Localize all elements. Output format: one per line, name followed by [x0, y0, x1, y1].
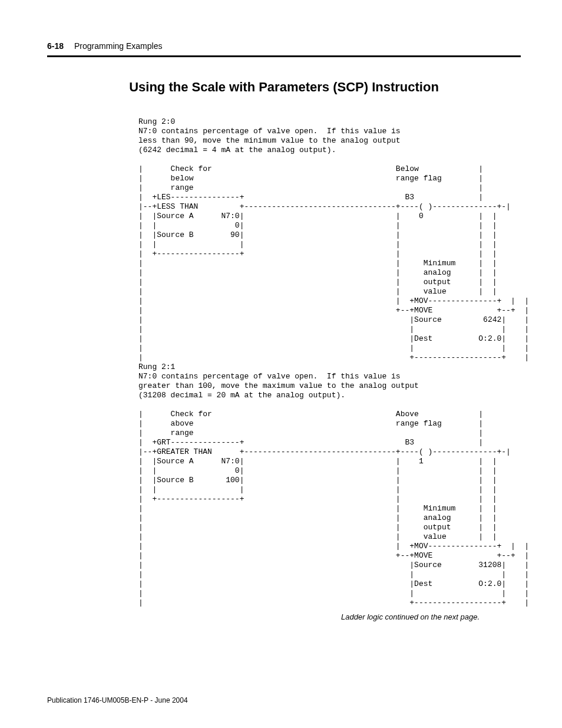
publication-footer: Publication 1746-UM005B-EN-P - June 2004	[47, 696, 188, 704]
section-title: Using the Scale with Parameters (SCP) In…	[47, 80, 521, 95]
continuation-note: Ladder logic continued on the next page.	[47, 612, 480, 621]
document-page: 6-18 Programming Examples Using the Scal…	[0, 0, 562, 728]
page-number: 6-18	[47, 41, 64, 51]
chapter-title: Programming Examples	[74, 41, 162, 51]
ladder-logic-listing: Rung 2:0 N7:0 contains percentage of val…	[138, 117, 521, 608]
header-rule	[47, 55, 521, 57]
page-header: 6-18 Programming Examples	[47, 41, 521, 51]
